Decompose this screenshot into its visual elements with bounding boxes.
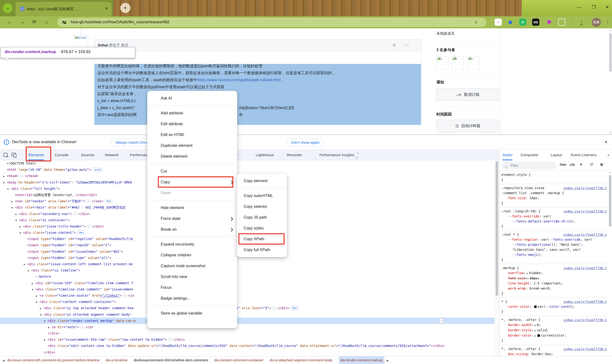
css-rule[interactable]: index.css?v⋯fceef7738:1*, :before, :afte… [500, 316, 608, 345]
evernote-icon[interactable]: e [519, 18, 526, 26]
comment-link[interactable]: https://www.runoob.com/xpath/xpath-tutor… [197, 78, 280, 82]
tree-row[interactable]: </div> [0, 349, 495, 355]
stylesheet-link[interactable]: index.css?v⋯fceef7738:1 [563, 232, 607, 237]
menu-item-hide-element[interactable]: Hide element [147, 202, 237, 213]
menu-item-store-as-global-variable[interactable]: Store as global variable [147, 308, 237, 319]
new-tab-button[interactable]: + [120, 3, 130, 13]
collapse-arrow-icon[interactable]: ▼ [3, 180, 7, 186]
expand-arrow-icon[interactable]: ▶ [32, 280, 35, 287]
tree-row[interactable]: ▼<div class="content comment-container"> [0, 299, 495, 305]
css-rule[interactable]: index.css?v⋯fceef7738:1:root :lang(zh-CN… [500, 207, 608, 231]
start-timer-button[interactable]: ◷启动计时器 [436, 120, 500, 132]
menu-item-scroll-into-view[interactable]: Scroll into view [147, 271, 237, 282]
tree-row[interactable]: ▶<div id="issuecomment-933-raw" class="r… [0, 336, 495, 343]
styles-scrollbar[interactable]: ▲ [608, 171, 612, 364]
scroll-up-icon[interactable]: ▲ [609, 171, 611, 174]
collapse-arrow-icon[interactable]: ▼ [11, 205, 15, 211]
layout-badge[interactable]: flex [105, 199, 113, 203]
url-text[interactable]: hsw-git.huishiwei.cn/HswOAuth/llm_course… [71, 20, 169, 25]
collapse-arrow-icon[interactable]: ▼ [15, 217, 19, 224]
breadcrumb-item[interactable]: div.ui.attached.segment.comment-body [270, 356, 333, 364]
scroll-into-view-icon[interactable]: ↑ [439, 318, 444, 323]
crumbs-back-icon[interactable]: ◀ [0, 357, 7, 364]
css-rule[interactable]: index.css?v⋯fceef7738:1.markup {overflow… [500, 264, 608, 298]
menu-item-break-on[interactable]: Break on❯ [147, 224, 237, 235]
address-bar[interactable]: hsw-git.huishiwei.cn/HswOAuth/llm_course… [57, 18, 487, 27]
layout-badge[interactable]: flex [77, 230, 86, 235]
emoji-reaction-icon[interactable]: ☺ [392, 42, 396, 48]
tree-row[interactable]: ▼<div class="render-content markup" data… [0, 318, 495, 324]
styles-tab-computed[interactable]: Computed [521, 150, 538, 160]
tree-row[interactable]: ▼<div class="ui timeline"> [0, 267, 495, 273]
devtools-tab-network[interactable]: Network [105, 150, 119, 160]
menu-item-edit-attribute[interactable]: Edit attribute [147, 118, 237, 129]
menu-item-duplicate-element[interactable]: Duplicate element [147, 140, 237, 151]
window-maximize-button[interactable]: ❐ [592, 4, 596, 10]
menu-item-delete-element[interactable]: Delete element [147, 151, 237, 162]
sitemap-icon[interactable]: ∴ [495, 18, 502, 26]
stylesheet-link[interactable]: index.css?v⋯fceef7738:1 [563, 209, 607, 214]
css-rule[interactable]: index.css?v⋯fceef7738:1* {caret-color: v… [500, 298, 608, 316]
new-style-rule-icon[interactable]: + [580, 162, 583, 167]
comment-more-icon[interactable]: ⋯ [405, 42, 409, 48]
menu-item-badge-settings-[interactable]: Badge settings... [147, 293, 237, 304]
color-swatch[interactable] [534, 305, 537, 308]
page-scrollbar[interactable]: ▲ ▼ [609, 28, 612, 135]
elements-scrollbar[interactable]: ▼ [495, 160, 499, 363]
browser-tab[interactable]: ≈ #462 - AGI 2404期 实时网页… ✕ [15, 2, 112, 16]
crumbs-forward-icon[interactable]: ▶ [387, 357, 389, 364]
menu-item-focus[interactable]: Focus [147, 282, 237, 293]
window-minimize-button[interactable]: — [577, 4, 582, 10]
forward-icon[interactable]: → [20, 19, 25, 25]
browser-menu-icon[interactable]: ⋮ [605, 19, 610, 25]
collapse-arrow-icon[interactable]: ▼ [44, 318, 48, 324]
css-rule[interactable]: index.css?v⋯fceef7738:1:root * {--fonts-… [500, 231, 608, 264]
css-rule[interactable]: index.css?v⋯fceef7738:1.repository.view.… [500, 184, 608, 207]
expand-inline-icon[interactable]: ⋯ [123, 294, 127, 298]
kite-icon[interactable]: ◆ [507, 18, 514, 26]
menu-item-copy-outerhtml[interactable]: Copy outerHTML [237, 190, 287, 201]
clipboard-icon[interactable] [558, 18, 565, 26]
styles-tab-layout[interactable]: Layout [551, 150, 562, 160]
devtools-tab-lighthouse[interactable]: Lighthouse [256, 150, 274, 160]
menu-item-copy-selector[interactable]: Copy selector [237, 201, 287, 212]
bookmark-star-icon[interactable]: ☆ [474, 19, 478, 25]
tree-row[interactable]: <!DOCTYPE html> [0, 160, 495, 167]
collapse-arrow-icon[interactable]: ▼ [7, 186, 11, 192]
toggle-class-button[interactable]: .cls [569, 163, 575, 167]
styles-filter-input[interactable]: ▽Filter [502, 162, 557, 169]
menu-item-ask-ai[interactable]: Ask AI [147, 93, 237, 104]
tree-row[interactable]: ▼<div class="ui attached segment comment… [0, 311, 495, 318]
stylesheet-link[interactable]: index.css?v⋯fceef7738:1 [563, 265, 607, 271]
scroll-up-icon[interactable]: ▲ [609, 29, 612, 31]
expand-arrow-icon[interactable]: ▶ [11, 198, 15, 205]
breadcrumb-item[interactable]: div.issue-content-left.comment-list.prev… [7, 356, 100, 364]
profile-avatar[interactable]: 聪睿 [592, 18, 601, 27]
menu-item-copy[interactable]: Copy❯ [147, 177, 237, 187]
stylesheet-link[interactable]: index.css?v⋯fceef7738:1 [563, 317, 607, 323]
breadcrumb-item[interactable]: div.ui.timeline [106, 356, 127, 364]
expand-inline-icon[interactable]: ⋯ [168, 338, 172, 341]
tree-row[interactable]: ▼<div class="timeline-item comment" id="… [0, 286, 495, 292]
expand-arrow-icon[interactable]: ▶ [19, 224, 23, 230]
tree-row[interactable]: <div class="edit-content-zone tw-hidden"… [0, 343, 495, 349]
menu-item-collapse-children[interactable]: Collapse children [147, 250, 237, 260]
breadcrumb-item[interactable]: div#issuecomment-933.timeline-item.comme… [134, 356, 208, 364]
styles-scroll-thumb[interactable] [609, 175, 611, 227]
tree-row[interactable]: <html lang="zh-CN" data-theme="gitea-aut… [0, 167, 495, 173]
pinwheel-icon[interactable]: ✱ [546, 18, 553, 26]
collapse-arrow-icon[interactable]: ▼ [36, 299, 40, 305]
tree-row[interactable]: ▶<div id="issue-539" class="timeline-ite… [0, 280, 495, 286]
menu-item-copy-element[interactable]: Copy element [237, 175, 287, 186]
computed-panel-icon[interactable]: ⧉ [600, 163, 603, 167]
collapse-arrow-icon[interactable]: ▼ [19, 230, 23, 236]
participant-avatar[interactable]: 1 [467, 56, 479, 70]
banner-close-icon[interactable]: ✕ [604, 140, 608, 145]
reload-icon[interactable]: ⟳ [32, 19, 37, 25]
elements-scroll-thumb[interactable] [496, 161, 498, 296]
stylesheet-link[interactable]: index.css?v⋯fceef7738:1 [563, 346, 607, 351]
expand-inline-icon[interactable]: ⋯ [19, 174, 24, 178]
tree-row[interactable]: ▶<p dir="auto">⋯</p> [0, 324, 495, 330]
devtools-tab-console[interactable]: Console [55, 150, 69, 160]
tab-close-icon[interactable]: ✕ [105, 6, 108, 11]
